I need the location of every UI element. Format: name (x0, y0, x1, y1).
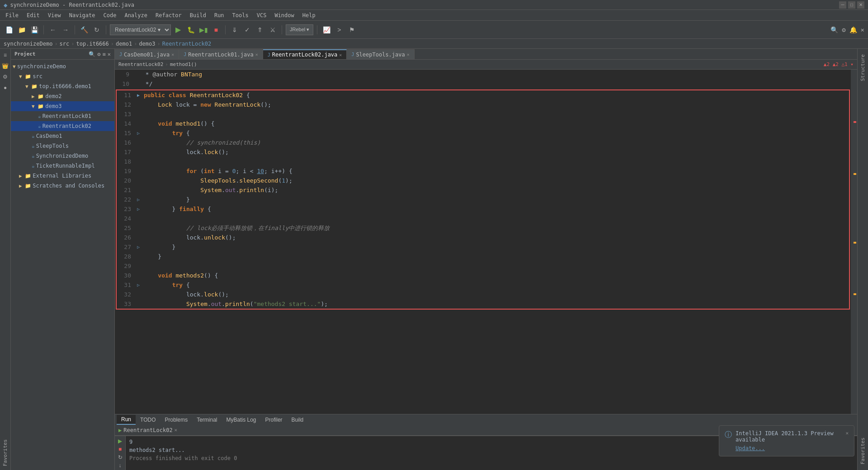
menu-item-window[interactable]: Window (271, 11, 297, 19)
menu-item-vcs[interactable]: VCS (253, 11, 270, 19)
menu-item-refactor[interactable]: Refactor (152, 11, 185, 19)
help-icon[interactable]: ⨯ (861, 26, 864, 33)
bottom-tab-problems[interactable]: Problems (160, 415, 192, 425)
code-area[interactable]: 9 * @author BNTang10 */11▶public class R… (115, 70, 851, 414)
menu-item-navigate[interactable]: Navigate (66, 11, 99, 19)
nav-file[interactable]: ReentrantLock02 (162, 41, 211, 47)
debug-button[interactable]: 🐛 (185, 24, 196, 35)
sidebar-close-icon[interactable]: ✕ (108, 51, 111, 57)
tree-item-synchronizedemo[interactable]: ▼synchronizeDemo (11, 61, 114, 71)
bottom-tab-todo[interactable]: TODO (136, 415, 160, 425)
git-push-button[interactable]: ⇑ (255, 24, 265, 35)
bottom-tab-profiler[interactable]: Profiler (261, 415, 287, 425)
sidebar-collapse-icon[interactable]: ≡ (103, 51, 106, 57)
menu-item-help[interactable]: Help (299, 11, 319, 19)
menu-item-file[interactable]: File (2, 11, 22, 19)
nav-demo3[interactable]: demo3 (139, 41, 155, 47)
settings-icon[interactable]: ⚙ (842, 26, 845, 33)
left-tool-4[interactable]: ● (1, 83, 10, 92)
left-tool-2[interactable]: 👑 (1, 61, 10, 70)
tree-item-top.it6666.demo1[interactable]: ▼ 📁top.it6666.demo1 (11, 81, 114, 91)
open-button[interactable]: 📁 (16, 24, 27, 35)
terminal-button[interactable]: > (334, 24, 344, 35)
menu-item-view[interactable]: View (44, 11, 65, 19)
tab-close-icon[interactable]: ✕ (255, 52, 258, 57)
notification-close[interactable]: ✕ (845, 430, 849, 436)
run-with-coverage-button[interactable]: ▶▮ (198, 24, 209, 35)
bottom-tab-mybatis-log[interactable]: MyBatis Log (222, 415, 261, 425)
sidebar-settings-icon[interactable]: ⚙ (97, 51, 100, 57)
nav-demo1[interactable]: demo1 (116, 41, 132, 47)
breadcrumb-method[interactable]: method1() (170, 61, 197, 67)
line-gutter[interactable]: ▶ (135, 90, 142, 100)
run-play-button[interactable]: ▶ (116, 438, 124, 444)
editor-tab-sleeptools-java[interactable]: JSleepTools.java✕ (347, 49, 414, 59)
tree-item-src[interactable]: ▼ 📁src (11, 71, 114, 81)
tree-item-external-libraries[interactable]: ▶ 📁External Libraries (11, 171, 114, 181)
sync-button[interactable]: ↻ (91, 24, 102, 35)
menu-item-analyze[interactable]: Analyze (121, 11, 151, 19)
bottom-tab-terminal[interactable]: Terminal (192, 415, 222, 425)
git-update-button[interactable]: ⇓ (229, 24, 240, 35)
menu-item-tools[interactable]: Tools (229, 11, 252, 19)
tree-item-sleeptools[interactable]: ☕SleepTools (11, 141, 114, 151)
vcs-button[interactable]: ⚔ (267, 24, 278, 35)
left-tool-3[interactable]: ⚙ (1, 72, 10, 81)
left-favorites-label[interactable]: Favorites (2, 437, 8, 468)
tree-item-demo3[interactable]: ▼ 📁demo3 (11, 101, 114, 111)
menu-item-run[interactable]: Run (211, 11, 228, 19)
line-gutter[interactable]: ▷ (135, 128, 142, 138)
profiler-button[interactable]: 📈 (321, 24, 332, 35)
tab-close-icon[interactable]: ✕ (171, 52, 174, 57)
tree-item-demo2[interactable]: ▶ 📁demo2 (11, 91, 114, 101)
sidebar-scope-icon[interactable]: 🔍 (89, 51, 95, 57)
run-rerun-button[interactable]: ↻ (116, 454, 124, 461)
tree-item-synchronizeddemo[interactable]: ☕SynchronizedDemo (11, 151, 114, 161)
editor-tab-casdemo01-java[interactable]: JCasDemo01.java✕ (115, 49, 179, 59)
nav-src[interactable]: src (60, 41, 70, 47)
bottom-tab-run[interactable]: Run (117, 415, 136, 425)
run-stop-button[interactable]: ■ (116, 446, 124, 452)
line-gutter[interactable]: ▷ (135, 195, 142, 204)
close-button[interactable]: ✕ (857, 1, 864, 9)
notifications-icon[interactable]: 🔔 (849, 26, 857, 33)
forward-button[interactable]: → (60, 24, 71, 35)
bookmark-button[interactable]: ⚑ (346, 24, 357, 35)
stop-button[interactable]: ■ (211, 24, 222, 35)
line-gutter[interactable]: ▷ (135, 280, 142, 290)
back-button[interactable]: ← (47, 24, 58, 35)
jrebel-button[interactable]: JRebel ▾ (286, 24, 313, 35)
tree-item-ticketrunnableimpl[interactable]: ☕TicketRunnableImpl (11, 161, 114, 171)
line-gutter[interactable]: ▷ (135, 204, 142, 214)
tree-item-reentrantlock02[interactable]: ☕ReentrantLock02 (11, 121, 114, 131)
git-commit-button[interactable]: ✓ (242, 24, 253, 35)
minimize-button[interactable]: ─ (839, 1, 846, 9)
run-scroll-button[interactable]: ↓ (116, 462, 124, 469)
nav-project[interactable]: synchronizeDemo (4, 41, 52, 47)
maximize-button[interactable]: □ (848, 1, 855, 9)
line-gutter[interactable]: ▷ (135, 242, 142, 252)
editor-tab-reentrantlock01-java[interactable]: JReentrantLock01.java✕ (179, 49, 263, 59)
run-panel-close[interactable]: ✕ (175, 427, 178, 433)
run-button[interactable]: ▶ (173, 24, 184, 35)
nav-package[interactable]: top.it6666 (76, 41, 109, 47)
structure-label[interactable]: Structure (860, 52, 866, 83)
tree-item-casdemo1[interactable]: ☕CasDemo1 (11, 131, 114, 141)
run-config-dropdown[interactable]: ReentrantLock02 ▾ (110, 24, 171, 35)
tab-close-icon[interactable]: ✕ (407, 52, 410, 57)
new-file-button[interactable]: 📄 (4, 24, 14, 35)
editor-tab-reentrantlock02-java[interactable]: JReentrantLock02.java✕ (263, 49, 347, 59)
build-button[interactable]: 🔨 (79, 24, 90, 35)
tab-close-icon[interactable]: ✕ (339, 52, 342, 57)
tree-item-reentrantlock01[interactable]: ☕ReentrantLock01 (11, 111, 114, 121)
bottom-tab-build[interactable]: Build (287, 415, 308, 425)
menu-item-code[interactable]: Code (100, 11, 120, 19)
search-icon[interactable]: 🔍 (830, 26, 838, 33)
favorites-label[interactable]: Favorites (860, 436, 866, 466)
breadcrumb-class[interactable]: ReentrantLock02 (118, 61, 163, 67)
menu-item-build[interactable]: Build (186, 11, 210, 19)
menu-item-edit[interactable]: Edit (23, 11, 43, 19)
notification-update-link[interactable]: Update... (736, 445, 765, 451)
save-button[interactable]: 💾 (29, 24, 40, 35)
left-tool-1[interactable]: ≡ (1, 51, 10, 60)
